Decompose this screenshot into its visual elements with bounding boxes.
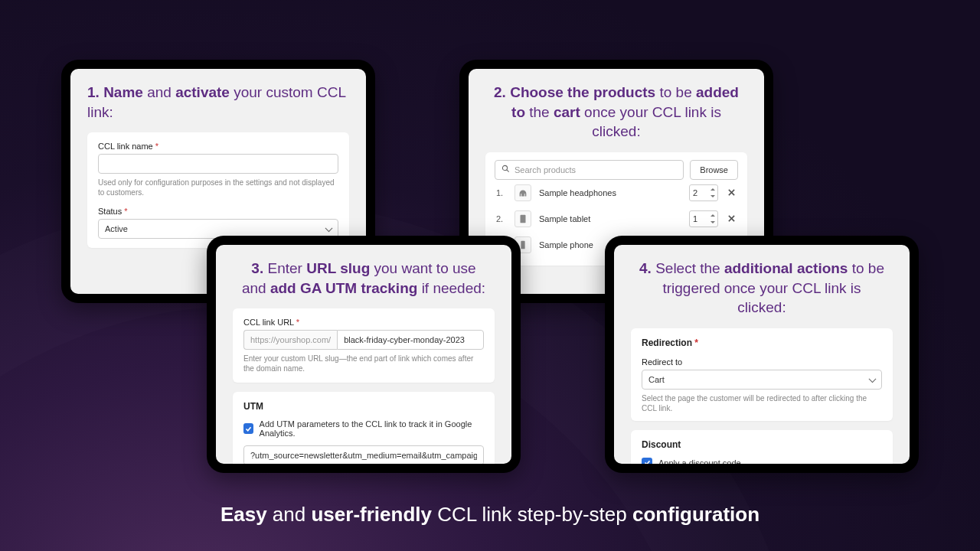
redirect-value: Cart — [648, 370, 665, 389]
qty-up-icon[interactable] — [708, 186, 717, 193]
product-thumb-icon — [514, 210, 531, 227]
panel-2-heading: 2. Choose the products to be added to th… — [485, 83, 747, 142]
qty-down-icon[interactable] — [708, 193, 717, 200]
qty-down-icon[interactable] — [708, 219, 717, 226]
row-index: 1. — [496, 188, 507, 197]
search-icon — [501, 165, 514, 174]
product-thumb-icon — [514, 184, 531, 201]
redirection-title: Redirection — [642, 337, 882, 348]
step-number: 4. — [639, 260, 652, 276]
utm-card: UTM Add UTM parameters to the CCL link t… — [233, 392, 495, 464]
row-index: 2. — [496, 214, 507, 223]
browse-button[interactable]: Browse — [690, 160, 738, 180]
panel-3-screen: 3. Enter URL slug you want to use and ad… — [216, 245, 511, 464]
redirect-helper: Select the page the customer will be red… — [642, 393, 882, 413]
quantity-stepper[interactable]: 1 — [689, 210, 718, 227]
svg-rect-4 — [521, 215, 526, 223]
panel-1-heading: 1. Name and activate your custom CCL lin… — [87, 83, 349, 122]
product-search-input[interactable]: Search products — [495, 160, 684, 180]
discount-card: Discount Apply a discount code BF-CM-202… — [631, 430, 893, 464]
step-number: 1. — [87, 84, 100, 100]
panel-3-tablet: 3. Enter URL slug you want to use and ad… — [207, 236, 521, 473]
svg-point-0 — [502, 166, 507, 171]
discount-check-label: Apply a discount code — [658, 458, 741, 464]
product-row: 1.Sample headphones2 — [495, 180, 738, 206]
search-placeholder: Search products — [514, 165, 576, 174]
discount-title: Discount — [642, 439, 882, 450]
ccl-name-helper: Used only for configuration purposes in … — [98, 178, 338, 197]
redirect-select[interactable]: Cart — [642, 370, 882, 390]
panel-4-heading: 4. Select the additional actions to be t… — [631, 259, 893, 318]
status-label: Status — [98, 207, 338, 216]
product-name: Sample tablet — [539, 214, 681, 223]
utm-check-label: Add UTM parameters to the CCL link to tr… — [260, 419, 484, 438]
step-number: 3. — [251, 260, 263, 276]
footer-tagline: Easy and user-friendly CCL link step-by-… — [0, 503, 980, 527]
panel-4-screen: 4. Select the additional actions to be t… — [614, 245, 910, 464]
url-prefix: https://yourshop.com/ — [243, 330, 337, 350]
svg-rect-7 — [521, 241, 524, 249]
redirection-card: Redirection Redirect to Cart Select the … — [631, 328, 893, 421]
remove-row-button[interactable] — [726, 214, 737, 224]
panel-4-tablet: 4. Select the additional actions to be t… — [605, 236, 919, 473]
utm-checkbox[interactable] — [243, 423, 253, 434]
utm-title: UTM — [243, 401, 484, 412]
ccl-name-label: CCL link name — [98, 142, 338, 151]
remove-row-button[interactable] — [726, 187, 737, 198]
qty-up-icon[interactable] — [708, 212, 717, 219]
url-card: CCL link URL https://yourshop.com/ Enter… — [233, 308, 495, 383]
utm-input[interactable] — [243, 445, 484, 464]
quantity-stepper[interactable]: 2 — [689, 184, 718, 201]
url-slug-input[interactable] — [337, 330, 484, 350]
redirect-to-label: Redirect to — [642, 357, 882, 367]
panel-1-card: CCL link name Used only for configuratio… — [87, 132, 349, 248]
url-helper: Enter your custom URL slug—the end part … — [243, 354, 484, 373]
status-value: Active — [105, 220, 128, 238]
ccl-url-label: CCL link URL — [243, 318, 484, 327]
product-row: 2.Sample tablet1 — [495, 206, 738, 232]
step-number: 2. — [494, 84, 506, 100]
ccl-name-input[interactable] — [98, 154, 338, 174]
product-name: Sample headphones — [539, 188, 681, 197]
discount-checkbox[interactable] — [642, 458, 652, 464]
svg-line-1 — [507, 170, 509, 172]
panel-3-heading: 3. Enter URL slug you want to use and ad… — [233, 259, 495, 298]
